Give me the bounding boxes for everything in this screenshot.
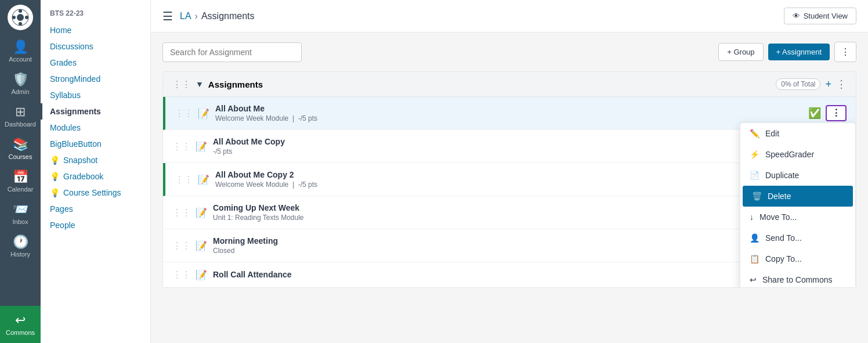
add-group-button[interactable]: + Group: [718, 43, 763, 61]
dropdown-speedgrader[interactable]: ⚡ SpeedGrader: [740, 144, 855, 165]
bulb-icon: 💡: [50, 156, 60, 165]
sidebar: BTS 22-23 Home Discussions Grades Strong…: [41, 0, 151, 343]
sidebar-item-course-settings[interactable]: 💡 Course Settings: [41, 185, 150, 201]
group-title: Assignments: [208, 80, 771, 89]
row-title[interactable]: All About Me: [215, 104, 808, 113]
speedgrader-icon: ⚡: [750, 150, 760, 159]
sidebar-item-gradebook[interactable]: 💡 Gradebook: [41, 168, 150, 185]
sidebar-item-strongminded[interactable]: StrongMinded: [41, 71, 150, 87]
share-to-commons-icon: ↩: [750, 275, 757, 284]
app-logo[interactable]: [8, 5, 33, 30]
assignment-icon: 📝: [198, 174, 209, 185]
nav-courses[interactable]: 📚 Courses: [0, 132, 41, 165]
main-content: ☰ LA › Assignments 👁 Student View + Grou…: [151, 0, 868, 343]
row-drag-handle[interactable]: ⋮⋮: [175, 108, 193, 119]
nav-admin[interactable]: 🛡️ Admin: [0, 67, 41, 100]
dropdown-menu: ✏️ Edit ⚡ SpeedGrader 📄 Duplicate 🗑️ Del…: [740, 122, 856, 288]
nav-account[interactable]: 👤 Account: [0, 35, 41, 67]
table-row: ⋮⋮ 📝 All About Me Welcome Week Module | …: [163, 97, 856, 130]
assignment-icon: 📝: [196, 141, 207, 152]
student-view-button[interactable]: 👁 Student View: [784, 8, 856, 24]
assignment-group: ⋮⋮ ▼ Assignments 0% of Total + ⋮ ⋮⋮ 📝 Al…: [162, 71, 856, 288]
left-navigation: 👤 Account 🛡️ Admin ⊞ Dashboard 📚 Courses…: [0, 0, 41, 343]
student-view-icon: 👁: [793, 12, 800, 20]
dropdown-delete[interactable]: 🗑️ Delete: [743, 186, 853, 207]
assignment-icon: 📝: [196, 269, 207, 280]
group-more-button[interactable]: ⋮: [836, 78, 847, 91]
bulb-icon-3: 💡: [50, 188, 60, 197]
row-drag-handle[interactable]: ⋮⋮: [172, 269, 191, 280]
sidebar-item-home[interactable]: Home: [41, 22, 150, 38]
sidebar-item-people[interactable]: People: [41, 217, 150, 233]
nav-commons[interactable]: ↩ Commons: [0, 306, 41, 343]
move-to-icon: ↓: [750, 212, 754, 222]
send-to-icon: 👤: [750, 233, 760, 243]
content-area: + Group + Assignment ⋮ ⋮⋮ ▼ Assignments …: [151, 33, 868, 343]
courses-icon: 📚: [13, 137, 28, 152]
nav-history[interactable]: 🕐 History: [0, 230, 41, 262]
dashboard-icon: ⊞: [15, 104, 26, 120]
header-left: ☰ LA › Assignments: [162, 9, 255, 23]
sidebar-item-discussions[interactable]: Discussions: [41, 38, 150, 55]
toolbar-more-button[interactable]: ⋮: [834, 42, 856, 62]
sidebar-item-grades[interactable]: Grades: [41, 55, 150, 71]
svg-point-5: [25, 16, 28, 19]
group-drag-handle[interactable]: ⋮⋮: [172, 79, 191, 90]
dropdown-move-to[interactable]: ↓ Move To...: [740, 207, 855, 228]
breadcrumb-separator: ›: [195, 11, 198, 21]
nav-inbox[interactable]: 📨 Inbox: [0, 197, 41, 230]
row-subtitle: Welcome Week Module | -/5 pts: [215, 114, 808, 122]
add-assignment-button[interactable]: + Assignment: [768, 44, 830, 60]
row-info: All About Me Welcome Week Module | -/5 p…: [215, 104, 808, 122]
row-drag-handle[interactable]: ⋮⋮: [172, 207, 191, 218]
calendar-icon: 📅: [13, 169, 28, 185]
bulb-icon-2: 💡: [50, 172, 60, 181]
inbox-icon: 📨: [13, 202, 28, 217]
assignment-icon: 📝: [198, 108, 209, 119]
commons-icon: ↩: [15, 313, 26, 328]
assignment-icon: 📝: [196, 207, 207, 218]
toolbar-right: + Group + Assignment ⋮: [718, 42, 856, 62]
nav-calendar[interactable]: 📅 Calendar: [0, 165, 41, 197]
sidebar-item-syllabus[interactable]: Syllabus: [41, 87, 150, 103]
sidebar-item-assignments[interactable]: Assignments: [41, 103, 150, 120]
row-drag-handle[interactable]: ⋮⋮: [172, 141, 191, 152]
dropdown-copy-to[interactable]: 📋 Copy To...: [740, 248, 855, 269]
search-input[interactable]: [162, 42, 302, 62]
sidebar-item-snapshot[interactable]: 💡 Snapshot: [41, 152, 150, 168]
dropdown-share-to-commons[interactable]: ↩ Share to Commons: [740, 269, 855, 288]
dropdown-edit[interactable]: ✏️ Edit: [740, 123, 855, 144]
copy-to-icon: 📋: [750, 254, 760, 263]
delete-icon: 🗑️: [752, 192, 762, 201]
duplicate-icon: 📄: [750, 171, 760, 180]
group-percent: 0% of Total: [776, 78, 820, 90]
hamburger-icon[interactable]: ☰: [162, 9, 173, 23]
svg-point-4: [12, 16, 16, 19]
dropdown-duplicate[interactable]: 📄 Duplicate: [740, 165, 855, 186]
published-check-icon: ✅: [808, 107, 821, 120]
row-drag-handle[interactable]: ⋮⋮: [172, 240, 191, 251]
breadcrumb-current: Assignments: [201, 11, 255, 21]
top-header: ☰ LA › Assignments 👁 Student View: [151, 0, 868, 33]
nav-dashboard[interactable]: ⊞ Dashboard: [0, 100, 41, 132]
assignment-icon: 📝: [196, 240, 207, 251]
admin-icon: 🛡️: [13, 72, 28, 87]
sidebar-item-pages[interactable]: Pages: [41, 201, 150, 217]
svg-point-1: [17, 14, 24, 21]
group-add-button[interactable]: +: [825, 78, 831, 91]
assignments-toolbar: + Group + Assignment ⋮: [162, 42, 856, 62]
row-drag-handle[interactable]: ⋮⋮: [175, 174, 193, 185]
svg-point-2: [19, 9, 22, 13]
sidebar-item-bigbluebutton[interactable]: BigBlueButton: [41, 136, 150, 152]
svg-point-3: [19, 22, 22, 26]
group-toggle[interactable]: ▼: [196, 80, 204, 89]
row-more-button[interactable]: ⋮: [826, 105, 847, 121]
row-actions: ✅ ⋮: [808, 105, 847, 121]
dropdown-send-to[interactable]: 👤 Send To...: [740, 228, 855, 248]
account-icon: 👤: [13, 39, 28, 55]
sidebar-item-modules[interactable]: Modules: [41, 120, 150, 136]
course-label: BTS 22-23: [41, 9, 150, 22]
edit-icon: ✏️: [750, 129, 760, 138]
breadcrumb-link-la[interactable]: LA: [180, 11, 191, 21]
history-icon: 🕐: [13, 234, 28, 250]
